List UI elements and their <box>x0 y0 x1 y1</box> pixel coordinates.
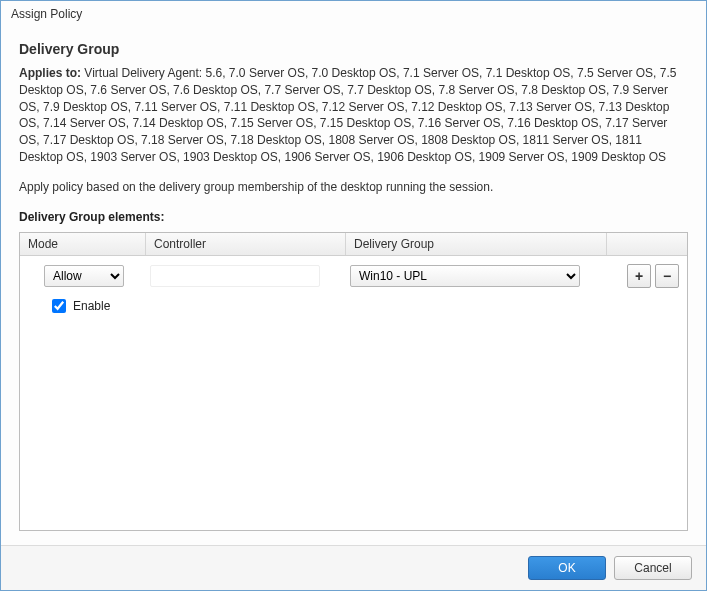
applies-to-text: Virtual Delivery Agent: 5.6, 7.0 Server … <box>19 66 676 164</box>
dialog-body: Delivery Group Applies to: Virtual Deliv… <box>1 25 706 545</box>
ok-button[interactable]: OK <box>528 556 606 580</box>
enable-checkbox[interactable] <box>52 299 66 313</box>
controller-input[interactable] <box>150 265 320 287</box>
assign-policy-dialog: Assign Policy Delivery Group Applies to:… <box>0 0 707 591</box>
table-row: Allow Win10 - UPL + <box>26 262 681 290</box>
applies-to-line: Applies to: Virtual Delivery Agent: 5.6,… <box>19 65 688 166</box>
add-row-button[interactable]: + <box>627 264 651 288</box>
dialog-title: Assign Policy <box>1 1 706 25</box>
cancel-button[interactable]: Cancel <box>614 556 692 580</box>
column-header-mode[interactable]: Mode <box>20 233 146 255</box>
mode-select[interactable]: Allow <box>44 265 124 287</box>
enable-row: Enable <box>26 296 681 316</box>
description-text: Apply policy based on the delivery group… <box>19 180 688 194</box>
applies-to-label: Applies to: <box>19 66 81 80</box>
table-header: Mode Controller Delivery Group <box>20 233 687 256</box>
plus-icon: + <box>635 269 643 283</box>
enable-label: Enable <box>73 299 110 313</box>
delivery-group-table: Mode Controller Delivery Group Allow <box>19 232 688 531</box>
dialog-footer: OK Cancel <box>1 545 706 590</box>
elements-label: Delivery Group elements: <box>19 210 688 224</box>
table-body: Allow Win10 - UPL + <box>20 256 687 530</box>
column-header-controller[interactable]: Controller <box>146 233 346 255</box>
delivery-group-select[interactable]: Win10 - UPL <box>350 265 580 287</box>
remove-row-button[interactable]: − <box>655 264 679 288</box>
delivery-group-heading: Delivery Group <box>19 41 688 57</box>
minus-icon: − <box>663 269 671 283</box>
column-header-actions <box>607 233 687 255</box>
column-header-delivery-group[interactable]: Delivery Group <box>346 233 607 255</box>
